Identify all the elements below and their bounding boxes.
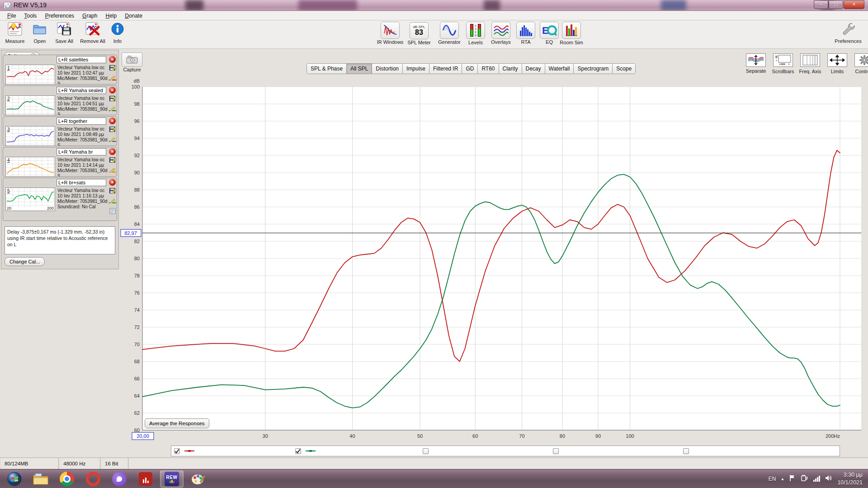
status-bar: 80/124MB 48000 Hz 16 Bit — [0, 457, 868, 469]
taskbar-purple-app-icon[interactable] — [108, 470, 131, 488]
tool-label: Save All — [48, 38, 80, 44]
language-indicator[interactable]: EN — [769, 476, 776, 482]
spl-meter-button[interactable]: dB SPL83SPL Meter — [403, 22, 435, 45]
svg-text:20,00: 20,00 — [137, 433, 149, 439]
trace-settings-pencil-icon[interactable] — [109, 136, 116, 142]
measurement-name-input[interactable] — [57, 179, 106, 186]
change-cal-button[interactable]: Change Cal... — [5, 257, 45, 266]
measurement-soundcard: Soundcard: No Cal — [57, 204, 108, 209]
network-signal-icon[interactable] — [813, 476, 820, 482]
svg-text:0: 0 — [475, 24, 476, 27]
svg-text:30: 30 — [263, 433, 268, 439]
measurement-name-input[interactable] — [57, 148, 106, 155]
capture-button[interactable]: Capture — [120, 52, 144, 72]
measurement-thumbnail-chart[interactable]: 520200 — [5, 188, 55, 211]
save-measurement-icon[interactable] — [109, 95, 116, 102]
measurement-name-input[interactable] — [57, 87, 106, 94]
measurement-card-3[interactable]: ×320200Vecteur Yamaha low oc10 Ιαν 2021 … — [3, 116, 117, 146]
measurement-thumbnail-chart[interactable]: 120200 — [5, 65, 55, 84]
capture-label: Capture — [120, 67, 144, 72]
smoothing-badge[interactable] — [184, 450, 194, 452]
clock-date: 10/1/2021 — [837, 479, 863, 486]
tool-label: SPL Meter — [403, 40, 435, 45]
java-app-icon — [4, 2, 11, 9]
ir-windows-button[interactable]: IR Windows — [374, 22, 406, 45]
action-center-flag-icon[interactable] — [789, 474, 796, 483]
info-button[interactable]: Info — [102, 22, 133, 44]
save-all-button[interactable]: Save All — [48, 22, 80, 44]
trace-visibility-checkbox[interactable] — [423, 448, 429, 454]
taskbar: REW EN ▲ 3:30 μμ 10/1/2021 — [0, 469, 868, 488]
delete-measurement-icon[interactable]: × — [109, 56, 116, 63]
delete-measurement-icon[interactable]: × — [109, 87, 116, 94]
measurement-name-input[interactable] — [57, 117, 106, 125]
trace-visibility-checkbox[interactable] — [174, 448, 180, 454]
taskbar-chrome-icon[interactable] — [55, 470, 79, 488]
taskbar-opera-icon[interactable] — [81, 470, 105, 488]
svg-text:90: 90 — [134, 170, 140, 175]
svg-text:90: 90 — [595, 433, 601, 439]
trace-settings-pencil-icon[interactable] — [109, 197, 116, 203]
limits-button[interactable]: Limits — [826, 53, 849, 74]
info-icon — [109, 22, 126, 38]
controls-button[interactable]: Controls — [853, 53, 868, 74]
svg-text:9: 9 — [475, 34, 476, 37]
measurement-card-1[interactable]: ×120200Vecteur Yamaha low oc10 Ιαν 2021 … — [3, 55, 117, 84]
trace-visibility-checkbox[interactable] — [553, 448, 559, 454]
camera-icon — [122, 52, 142, 67]
menu-tools[interactable]: Tools — [20, 12, 40, 20]
clock[interactable]: 3:30 μμ 10/1/2021 — [837, 471, 863, 486]
notes-icon[interactable] — [109, 208, 116, 214]
measurement-thumbnail-chart[interactable]: 420200 — [5, 157, 55, 177]
trace-visibility-checkbox[interactable] — [683, 448, 689, 454]
minimize-button[interactable]: – — [814, 0, 828, 9]
measurement-card-4[interactable]: ×420200Vecteur Yamaha low oc10 Ιαν 2021 … — [3, 147, 117, 177]
delete-measurement-icon[interactable]: × — [109, 117, 116, 124]
tool-label: Room Sim — [556, 40, 587, 45]
measurement-card-5[interactable]: ×520200Vecteur Yamaha low oc10 Ιαν 2021 … — [3, 178, 117, 221]
scrollbars-button[interactable]: Scrollbars — [771, 53, 795, 74]
ir-windows-icon — [381, 22, 400, 39]
menu-file[interactable]: File — [4, 12, 19, 20]
trace-settings-pencil-icon[interactable] — [109, 74, 116, 80]
measurement-thumbnail-chart[interactable]: 320200 — [5, 126, 55, 146]
taskbar-paint-app-icon[interactable] — [186, 470, 210, 488]
measurement-device: Vecteur Yamaha low oc — [57, 127, 108, 131]
close-button[interactable]: × — [844, 0, 864, 9]
taskbar-media-app-icon[interactable] — [134, 470, 157, 488]
show-hidden-icons-arrow[interactable]: ▲ — [780, 477, 784, 481]
average-responses-button[interactable]: Average the Responses — [145, 418, 209, 428]
save-measurement-icon[interactable] — [109, 188, 116, 194]
delete-measurement-icon[interactable]: × — [109, 179, 116, 186]
trace-settings-pencil-icon[interactable] — [109, 166, 116, 173]
save-measurement-icon[interactable] — [109, 126, 116, 132]
save-measurement-icon[interactable] — [109, 65, 116, 71]
freq-axis-button[interactable]: Freq. Axis — [798, 53, 822, 74]
tool-label: IR Windows — [374, 39, 406, 45]
trace-visibility-checkbox[interactable] — [295, 448, 301, 454]
room-sim-button[interactable]: Room Sim — [556, 22, 587, 45]
measurement-mic: Mic/Meter: 7053981_90d — [57, 107, 108, 112]
taskbar-explorer-icon[interactable] — [29, 470, 52, 488]
delete-measurement-icon[interactable]: × — [109, 148, 116, 155]
save-measurement-icon[interactable] — [109, 157, 116, 163]
trace-settings-pencil-icon[interactable] — [109, 105, 116, 111]
toolbar: MeasureOpenSave AllRemove AllInfoIR Wind… — [0, 21, 868, 49]
thumb-freq-max: 200 — [47, 206, 54, 211]
measurement-thumbnail-chart[interactable]: 220200 — [5, 95, 55, 115]
menu-help[interactable]: Help — [102, 12, 120, 20]
speaker-icon[interactable] — [825, 474, 833, 483]
taskbar-rew-app-icon[interactable]: REW — [160, 470, 184, 488]
menu-graph[interactable]: Graph — [79, 12, 101, 20]
taskbar-start-orb[interactable] — [3, 470, 26, 488]
separate-button[interactable]: Separate — [744, 53, 768, 74]
spl-chart[interactable]: 6062646668707274767880828486889092949698… — [120, 72, 868, 457]
measurement-card-2[interactable]: ×220200Vecteur Yamaha low oc10 Ιαν 2021 … — [3, 85, 117, 115]
preferences-button[interactable]: Preferences — [832, 22, 864, 44]
power-plug-icon[interactable] — [801, 474, 809, 483]
maximize-button[interactable]: □ — [829, 0, 843, 9]
measurement-name-input[interactable] — [57, 56, 106, 63]
menu-preferences[interactable]: Preferences — [41, 12, 78, 20]
smoothing-badge[interactable] — [306, 450, 316, 452]
menu-donate[interactable]: Donate — [121, 12, 146, 20]
